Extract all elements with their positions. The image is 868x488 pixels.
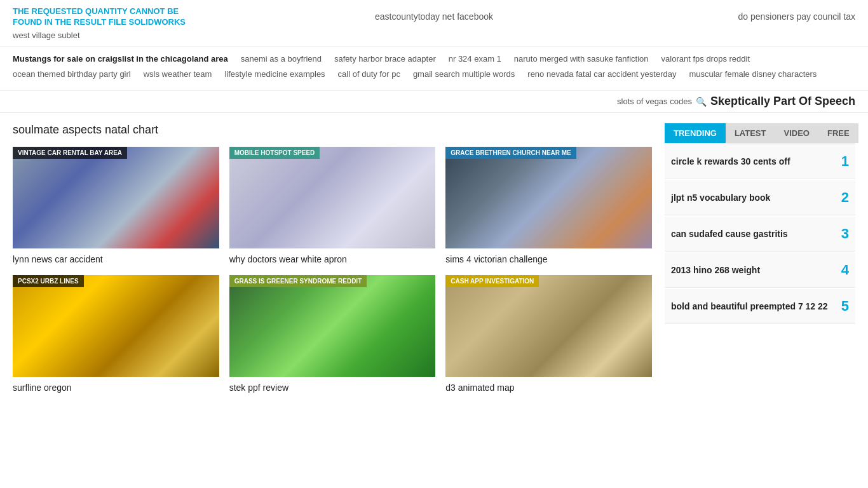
tab-video[interactable]: VIDEO xyxy=(775,123,818,143)
tag-item-t8[interactable]: wsls weather team xyxy=(144,69,212,80)
error-title[interactable]: THE REQUESTED QUANTITY CANNOT BE FOUND I… xyxy=(13,6,191,28)
tag-item-t10[interactable]: call of duty for pc xyxy=(338,69,400,80)
article-card-a1[interactable]: VINTAGE CAR RENTAL BAY AREA lynn news ca… xyxy=(13,147,219,265)
article-card-a5[interactable]: GRASS IS GREENER SYNDROME REDDIT stek pp… xyxy=(229,275,436,393)
section-title: soulmate aspects natal chart xyxy=(13,123,652,137)
sidebar-tabs: TRENDINGLATESTVIDEOFREE xyxy=(665,123,855,143)
trending-num-tr1: 1 xyxy=(830,153,849,170)
top-bar-left: THE REQUESTED QUANTITY CANNOT BE FOUND I… xyxy=(13,6,191,40)
tag-item-t3[interactable]: safety harbor brace adapter xyxy=(334,53,436,65)
article-title-a2[interactable]: why doctors wear white apron xyxy=(229,254,436,265)
search-bar: slots of vegas codes 🔍 Skeptically Part … xyxy=(0,91,868,113)
trending-num-tr2: 2 xyxy=(830,189,849,206)
articles-grid: VINTAGE CAR RENTAL BAY AREA lynn news ca… xyxy=(13,147,652,393)
article-badge-a5: GRASS IS GREENER SYNDROME REDDIT xyxy=(229,275,367,287)
article-badge-a3: GRACE BRETHREN CHURCH NEAR ME xyxy=(445,147,576,159)
tag-item-t2[interactable]: sanemi as a boyfriend xyxy=(241,53,322,65)
right-link[interactable]: do pensioners pay council tax xyxy=(677,6,855,22)
article-card-a6[interactable]: CASH APP INVESTIGATION d3 animated map xyxy=(445,275,652,393)
trending-text-tr4: 2013 hino 268 weight xyxy=(671,264,830,276)
tag-item-t7[interactable]: ocean themed birthday party girl xyxy=(13,69,131,80)
trending-item-tr5[interactable]: bold and beautiful preempted 7 12 22 5 xyxy=(665,289,855,324)
search-bar-link[interactable]: Skeptically Part Of Speech xyxy=(710,95,855,108)
article-title-a5[interactable]: stek ppf review xyxy=(229,382,436,393)
trending-text-tr1: circle k rewards 30 cents off xyxy=(671,156,830,167)
article-title-a4[interactable]: surfline oregon xyxy=(13,382,219,393)
article-title-a3[interactable]: sims 4 victorian challenge xyxy=(445,254,652,265)
tag-item-t12[interactable]: reno nevada fatal car accident yesterday xyxy=(527,69,676,80)
trending-item-tr2[interactable]: jlpt n5 vocabulary book 2 xyxy=(665,180,855,215)
trending-num-tr3: 3 xyxy=(830,226,849,242)
center-link[interactable]: eastcountytoday net facebook xyxy=(191,6,677,22)
article-badge-a1: VINTAGE CAR RENTAL BAY AREA xyxy=(13,147,127,159)
trending-text-tr5: bold and beautiful preempted 7 12 22 xyxy=(671,301,830,312)
tab-free[interactable]: FREE xyxy=(818,123,858,143)
search-bar-text: slots of vegas codes xyxy=(617,97,692,106)
trending-num-tr4: 4 xyxy=(830,262,849,278)
article-title-a6[interactable]: d3 animated map xyxy=(445,382,652,393)
article-title-a1[interactable]: lynn news car accident xyxy=(13,254,219,265)
tag-item-t1[interactable]: Mustangs for sale on craigslist in the c… xyxy=(13,53,228,65)
article-card-a4[interactable]: PCSX2 URBZ LINES surfline oregon xyxy=(13,275,219,393)
top-bar: THE REQUESTED QUANTITY CANNOT BE FOUND I… xyxy=(0,0,868,47)
article-image-a1: VINTAGE CAR RENTAL BAY AREA xyxy=(13,147,219,248)
trending-num-tr5: 5 xyxy=(830,298,849,315)
tag-item-t4[interactable]: nr 324 exam 1 xyxy=(449,53,501,65)
article-image-a4: PCSX2 URBZ LINES xyxy=(13,275,219,377)
article-badge-a2: MOBILE HOTSPOT SPEED xyxy=(229,147,320,159)
trending-list: circle k rewards 30 cents off 1 jlpt n5 … xyxy=(665,143,855,324)
article-image-a2: MOBILE HOTSPOT SPEED xyxy=(229,147,436,248)
article-badge-a6: CASH APP INVESTIGATION xyxy=(445,275,539,287)
tags-row: Mustangs for sale on craigslist in the c… xyxy=(0,47,868,91)
article-image-a6: CASH APP INVESTIGATION xyxy=(445,275,652,377)
article-card-a2[interactable]: MOBILE HOTSPOT SPEED why doctors wear wh… xyxy=(229,147,436,265)
sub-link[interactable]: west village sublet xyxy=(13,30,191,40)
tab-latest[interactable]: LATEST xyxy=(726,123,775,143)
trending-text-tr3: can sudafed cause gastritis xyxy=(671,228,830,240)
trending-text-tr2: jlpt n5 vocabulary book xyxy=(671,192,830,203)
trending-item-tr1[interactable]: circle k rewards 30 cents off 1 xyxy=(665,144,855,179)
article-image-a3: GRACE BRETHREN CHURCH NEAR ME xyxy=(445,147,652,248)
content-left: soulmate aspects natal chart VINTAGE CAR… xyxy=(13,123,652,393)
trending-item-tr3[interactable]: can sudafed cause gastritis 3 xyxy=(665,217,855,252)
search-icon[interactable]: 🔍 xyxy=(696,97,707,107)
tag-item-t11[interactable]: gmail search multiple words xyxy=(413,69,515,80)
sidebar: TRENDINGLATESTVIDEOFREE circle k rewards… xyxy=(665,123,855,393)
tag-item-t13[interactable]: muscular female disney characters xyxy=(689,69,817,80)
article-image-a5: GRASS IS GREENER SYNDROME REDDIT xyxy=(229,275,436,377)
tab-trending[interactable]: TRENDING xyxy=(665,123,726,143)
main-content: soulmate aspects natal chart VINTAGE CAR… xyxy=(0,113,868,403)
tag-item-t9[interactable]: lifestyle medicine examples xyxy=(224,69,325,80)
trending-item-tr4[interactable]: 2013 hino 268 weight 4 xyxy=(665,253,855,288)
article-badge-a4: PCSX2 URBZ LINES xyxy=(13,275,84,287)
tag-item-t5[interactable]: naruto merged with sasuke fanfiction xyxy=(514,53,649,65)
article-card-a3[interactable]: GRACE BRETHREN CHURCH NEAR ME sims 4 vic… xyxy=(445,147,652,265)
tag-item-t6[interactable]: valorant fps drops reddit xyxy=(661,53,750,65)
